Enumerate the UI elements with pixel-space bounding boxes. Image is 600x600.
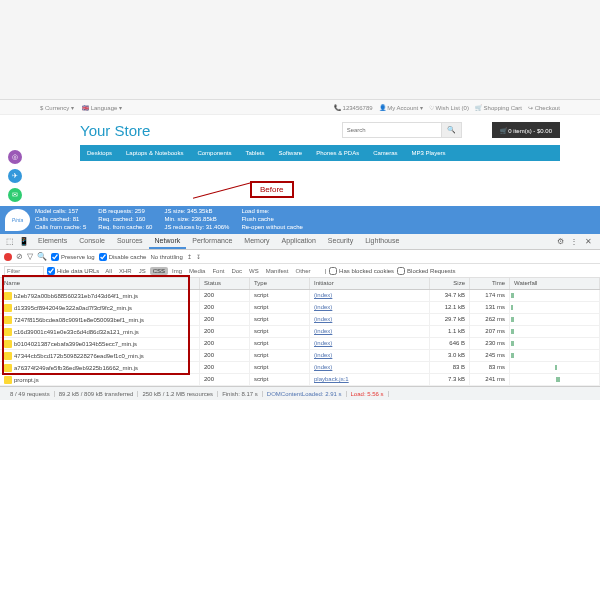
network-row[interactable]: b0104021387cebafa399e0134b55ecc7_min.js2… [0, 338, 600, 350]
pinta-stat: Calls cached: 81 [35, 216, 86, 224]
nav-item[interactable]: Desktops [80, 150, 119, 156]
checkout-link[interactable]: ↪ Checkout [528, 104, 560, 111]
pinta-stat[interactable]: Re-open without cache [241, 224, 302, 232]
filter-chip[interactable]: XHR [116, 267, 135, 275]
account-link[interactable]: 👤 My Account ▾ [379, 104, 423, 111]
download-icon[interactable]: ↧ [196, 253, 201, 260]
js-file-icon [4, 376, 12, 384]
devtools-tab[interactable]: Sources [111, 234, 149, 249]
nav-item[interactable]: Software [271, 150, 309, 156]
col-status[interactable]: Status [200, 278, 250, 289]
network-row[interactable]: a76374f249afe5fb36ed9eb9225b16662_min.js… [0, 362, 600, 374]
filter-chip[interactable]: Media [186, 267, 208, 275]
store-logo[interactable]: Your Store [80, 122, 150, 139]
store-topbar: $ Currency ▾ 🇬🇧 Language ▾ 📞 123456789 👤… [0, 100, 600, 115]
network-row[interactable]: c16d39001c491e0e33c6d4d86d32a121_min.js2… [0, 326, 600, 338]
social-icon[interactable]: ✈ [8, 169, 22, 183]
col-type[interactable]: Type [250, 278, 310, 289]
search-icon[interactable]: 🔍 [37, 252, 47, 261]
pinta-stats-bar: Pinta Model calls: 157Calls cached: 81Ca… [0, 206, 600, 234]
pinta-stat: Calls from cache: 5 [35, 224, 86, 232]
network-row[interactable]: prompt.js200scriptplayback.js:17.3 kB241… [0, 374, 600, 386]
filter-chip[interactable]: Doc [228, 267, 245, 275]
filter-chip[interactable]: Font [209, 267, 227, 275]
cart-button[interactable]: 🛒 0 item(s) - $0.00 [492, 122, 560, 138]
close-icon[interactable]: ✕ [582, 236, 594, 248]
devtools-tab[interactable]: Application [276, 234, 322, 249]
search-button[interactable]: 🔍 [442, 122, 462, 138]
col-name[interactable]: Name [0, 278, 200, 289]
network-toolbar: ⊘ ▽ 🔍 Preserve log Disable cache No thro… [0, 250, 600, 264]
pinta-stat[interactable]: Load time: [241, 208, 302, 216]
search-icon: 🔍 [447, 126, 456, 134]
filter-icon[interactable]: ▽ [27, 252, 33, 261]
pinta-stat: Model calls: 157 [35, 208, 86, 216]
nav-item[interactable]: Tablets [238, 150, 271, 156]
network-row[interactable]: b2eb792a00bb688560231eb7d43d64f1_min.js2… [0, 290, 600, 302]
js-file-icon [4, 364, 12, 372]
col-waterfall[interactable]: Waterfall [510, 278, 600, 289]
filter-chip[interactable]: All [102, 267, 115, 275]
filter-chip[interactable]: Manifest [263, 267, 292, 275]
social-icon[interactable]: ◎ [8, 150, 22, 164]
hide-data-urls-checkbox[interactable]: Hide data URLs [47, 267, 99, 275]
search-input[interactable] [342, 122, 442, 138]
pinta-stat: Min. size: 236.85kB [164, 216, 229, 224]
filter-chip[interactable]: JS [136, 267, 149, 275]
filter-chip[interactable]: Img [169, 267, 185, 275]
network-row[interactable]: 47344cb5bcd172b5098228276ead9ef1c0_min.j… [0, 350, 600, 362]
record-button[interactable] [4, 253, 12, 261]
devtools-tab[interactable]: Security [322, 234, 359, 249]
throttling-select[interactable]: No throttling [150, 254, 182, 260]
device-icon[interactable]: 📱 [18, 236, 30, 248]
nav-item[interactable]: MP3 Players [405, 150, 453, 156]
js-file-icon [4, 304, 12, 312]
network-footer: 8 / 49 requests 89.2 kB / 809 kB transfe… [0, 386, 600, 400]
devtools-tab[interactable]: Network [149, 234, 187, 249]
network-row[interactable]: 7247f8156bcdea08c909f1e8e050093bef1_min.… [0, 314, 600, 326]
pinta-stat: Req. from cache: 60 [98, 224, 152, 232]
col-initiator[interactable]: Initiator [310, 278, 430, 289]
devtools-tab[interactable]: Memory [238, 234, 275, 249]
pinta-stat[interactable]: Flush cache [241, 216, 302, 224]
js-file-icon [4, 328, 12, 336]
nav-item[interactable]: Laptops & Notebooks [119, 150, 190, 156]
language-selector[interactable]: 🇬🇧 Language ▾ [82, 104, 122, 111]
nav-item[interactable]: Components [190, 150, 238, 156]
filter-input[interactable] [4, 266, 44, 276]
cart-link[interactable]: 🛒 Shopping Cart [475, 104, 522, 111]
settings-icon[interactable]: ⚙ [554, 236, 566, 248]
filter-chip[interactable]: CSS [150, 267, 168, 275]
social-icon[interactable]: ✉ [8, 188, 22, 202]
upload-icon[interactable]: ↥ [187, 253, 192, 260]
phone-link[interactable]: 📞 123456789 [334, 104, 373, 111]
js-file-icon [4, 352, 12, 360]
filter-chip[interactable]: Other [292, 267, 313, 275]
devtools-tab[interactable]: Lighthouse [359, 234, 405, 249]
col-size[interactable]: Size [430, 278, 470, 289]
preserve-log-checkbox[interactable]: Preserve log [51, 253, 95, 261]
col-time[interactable]: Time [470, 278, 510, 289]
devtools-tabs: ⬚ 📱 ElementsConsoleSourcesNetworkPerform… [0, 234, 600, 250]
clear-button[interactable]: ⊘ [16, 252, 23, 261]
filter-chip[interactable]: WS [246, 267, 262, 275]
nav-item[interactable]: Cameras [366, 150, 404, 156]
js-file-icon [4, 316, 12, 324]
network-row[interactable]: d13395cf8942049e322a0ad7f3cf9fc2_min.js2… [0, 302, 600, 314]
wishlist-link[interactable]: ♡ Wish List (0) [429, 104, 469, 111]
more-icon[interactable]: ⋮ [568, 236, 580, 248]
pinta-stat: DB requests: 259 [98, 208, 152, 216]
devtools-tab[interactable]: Elements [32, 234, 73, 249]
devtools-tab[interactable]: Console [73, 234, 111, 249]
pinta-logo-icon: Pinta [5, 209, 30, 231]
pinta-stat: JS size: 345.35kB [164, 208, 229, 216]
js-file-icon [4, 292, 12, 300]
before-annotation: Before [250, 181, 294, 198]
devtools-tab[interactable]: Performance [186, 234, 238, 249]
currency-selector[interactable]: $ Currency ▾ [40, 104, 74, 111]
nav-item[interactable]: Phones & PDAs [309, 150, 366, 156]
blocked-cookies-checkbox[interactable]: Has blocked cookies [329, 267, 394, 275]
blocked-requests-checkbox[interactable]: Blocked Requests [397, 267, 455, 275]
inspect-icon[interactable]: ⬚ [4, 236, 16, 248]
disable-cache-checkbox[interactable]: Disable cache [99, 253, 147, 261]
